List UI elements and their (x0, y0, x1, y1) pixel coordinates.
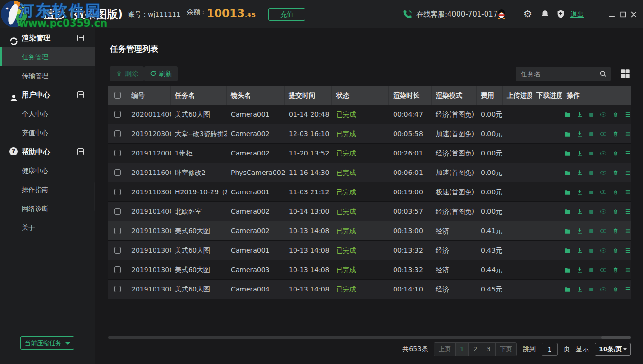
detail-list-icon[interactable] (624, 111, 631, 118)
recharge-button[interactable]: 充值 (268, 8, 305, 21)
view-eye-icon[interactable] (600, 189, 607, 196)
notification-bell-icon[interactable] (541, 9, 550, 21)
delete-trash-icon[interactable] (613, 111, 618, 118)
download-icon[interactable] (577, 208, 583, 215)
folder-icon[interactable] (564, 150, 571, 157)
current-compress-tasks-button[interactable]: 当前压缩任务 (20, 336, 74, 350)
page-button-3[interactable]: 3 (482, 343, 496, 356)
folder-icon[interactable] (564, 228, 571, 235)
stop-icon[interactable] (588, 189, 594, 196)
stop-icon[interactable] (588, 131, 594, 137)
detail-list-icon[interactable] (624, 169, 631, 176)
settings-gear-icon[interactable]: ⚙ (524, 8, 532, 19)
detail-list-icon[interactable] (624, 247, 631, 254)
row-checkbox[interactable] (114, 189, 121, 195)
folder-icon[interactable] (564, 208, 571, 216)
sidebar-item-task-management[interactable]: 任务管理 (0, 47, 95, 66)
delete-trash-icon[interactable] (613, 169, 618, 176)
row-checkbox[interactable] (114, 266, 121, 273)
sidebar-section-user-center[interactable]: 用户中心 (0, 85, 95, 104)
detail-list-icon[interactable] (624, 266, 631, 273)
view-eye-icon[interactable] (600, 208, 607, 215)
sidebar-item-operation-guide[interactable]: 操作指南 (0, 180, 95, 199)
view-eye-icon[interactable] (600, 130, 607, 137)
detail-list-icon[interactable] (624, 189, 631, 196)
view-eye-icon[interactable] (600, 169, 607, 176)
horizontal-scrollbar[interactable] (108, 336, 631, 339)
select-all-checkbox[interactable] (114, 92, 121, 99)
stop-icon[interactable] (588, 228, 594, 235)
download-icon[interactable] (577, 169, 583, 176)
sidebar-item-recharge-center[interactable]: 充值中心 (0, 123, 95, 142)
download-icon[interactable] (577, 111, 583, 118)
search-icon[interactable] (599, 70, 607, 80)
stop-icon[interactable] (588, 150, 594, 157)
download-icon[interactable] (577, 266, 583, 273)
delete-trash-icon[interactable] (613, 228, 618, 235)
sidebar-item-about[interactable]: 关于 (0, 218, 95, 237)
view-eye-icon[interactable] (600, 247, 607, 254)
row-checkbox[interactable] (114, 150, 121, 156)
folder-icon[interactable] (564, 247, 571, 255)
row-checkbox[interactable] (114, 286, 121, 292)
window-maximize-button[interactable] (620, 10, 626, 19)
download-icon[interactable] (577, 247, 583, 254)
folder-icon[interactable] (564, 266, 571, 274)
folder-icon[interactable] (564, 130, 571, 138)
search-input[interactable] (516, 67, 611, 81)
row-checkbox[interactable] (114, 247, 121, 254)
logout-link[interactable]: 退出 (570, 10, 584, 19)
sidebar-item-health-center[interactable]: 健康中心 (0, 161, 95, 180)
folder-icon[interactable] (564, 189, 571, 196)
window-minimize-button[interactable] (609, 10, 615, 19)
delete-trash-icon[interactable] (613, 208, 618, 215)
sidebar-section-render[interactable]: 渲染管理 (0, 28, 95, 47)
view-eye-icon[interactable] (600, 286, 607, 293)
qq-penguin-icon[interactable] (497, 9, 506, 21)
view-eye-icon[interactable] (600, 150, 607, 157)
delete-trash-icon[interactable] (613, 266, 618, 273)
sidebar-item-personal-center[interactable]: 个人中心 (0, 104, 95, 123)
prev-page-button[interactable]: 上页 (434, 343, 456, 356)
delete-trash-icon[interactable] (613, 130, 618, 137)
view-eye-icon[interactable] (600, 266, 607, 273)
page-button-2[interactable]: 2 (469, 343, 482, 356)
refresh-button[interactable]: 刷新 (144, 66, 178, 81)
collapse-minus-icon[interactable] (77, 148, 84, 155)
sidebar-item-network-diagnosis[interactable]: 网络诊断 (0, 199, 95, 218)
stop-icon[interactable] (588, 111, 594, 118)
download-icon[interactable] (577, 189, 583, 196)
row-checkbox[interactable] (114, 111, 121, 118)
stop-icon[interactable] (588, 267, 594, 273)
view-eye-icon[interactable] (600, 228, 607, 235)
collapse-minus-icon[interactable] (77, 35, 84, 41)
row-checkbox[interactable] (114, 169, 121, 176)
download-icon[interactable] (577, 286, 583, 293)
download-icon[interactable] (577, 228, 583, 235)
row-checkbox[interactable] (114, 208, 121, 215)
delete-button[interactable]: 删除 (110, 66, 144, 81)
detail-list-icon[interactable] (624, 150, 631, 157)
detail-list-icon[interactable] (624, 286, 631, 293)
jump-page-input[interactable] (542, 343, 558, 356)
collapse-minus-icon[interactable] (77, 91, 84, 98)
detail-list-icon[interactable] (624, 228, 631, 235)
scrollbar-thumb[interactable] (601, 336, 631, 339)
delete-trash-icon[interactable] (613, 286, 618, 293)
download-icon[interactable] (577, 130, 583, 137)
security-shield-icon[interactable] (556, 9, 565, 21)
detail-list-icon[interactable] (624, 130, 631, 137)
delete-trash-icon[interactable] (613, 150, 618, 157)
stop-icon[interactable] (588, 170, 594, 176)
folder-icon[interactable] (564, 111, 571, 118)
download-icon[interactable] (577, 150, 583, 157)
stop-icon[interactable] (588, 286, 594, 293)
folder-icon[interactable] (564, 286, 571, 293)
stop-icon[interactable] (588, 209, 594, 215)
detail-list-icon[interactable] (624, 208, 631, 215)
window-close-button[interactable] (631, 10, 637, 19)
delete-trash-icon[interactable] (613, 189, 618, 196)
folder-icon[interactable] (564, 169, 571, 177)
view-eye-icon[interactable] (600, 111, 607, 118)
delete-trash-icon[interactable] (613, 247, 618, 254)
